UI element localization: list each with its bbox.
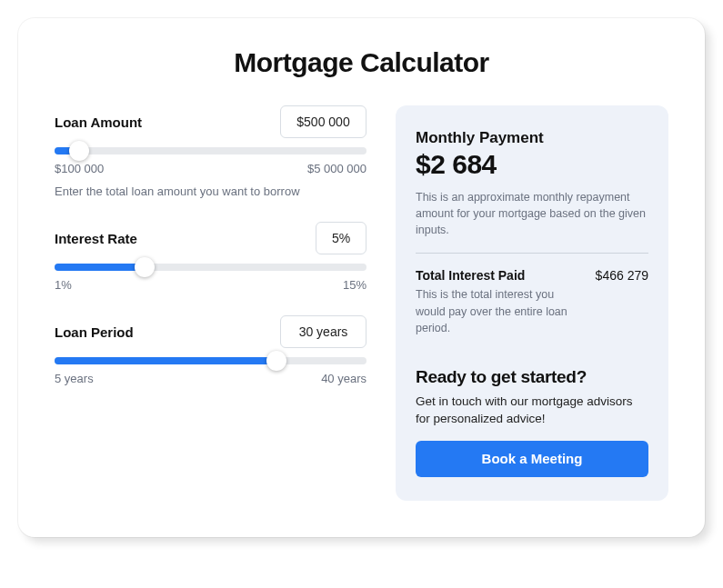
divider	[416, 253, 648, 254]
interest-rate-field: Interest Rate 1% 15%	[55, 222, 367, 292]
interest-rate-label: Interest Rate	[55, 231, 137, 246]
cta-text: Get in touch with our mortgage advisors …	[416, 393, 648, 428]
loan-amount-slider[interactable]	[55, 147, 367, 154]
total-interest-desc: This is the total interest you would pay…	[416, 286, 570, 335]
total-interest-value: $466 279	[596, 268, 648, 283]
loan-amount-label: Loan Amount	[55, 115, 142, 130]
monthly-payment-label: Monthly Payment	[416, 129, 648, 147]
results-panel: Monthly Payment $2 684 This is an approx…	[396, 105, 668, 501]
loan-period-min: 5 years	[55, 372, 94, 385]
slider-range: $100 000 $5 000 000	[55, 162, 367, 175]
slider-thumb[interactable]	[69, 141, 89, 161]
loan-amount-min: $100 000	[55, 162, 104, 175]
inputs-column: Loan Amount $100 000 $5 000 000 Enter th…	[55, 105, 367, 501]
slider-range: 1% 15%	[55, 278, 367, 292]
field-header: Loan Amount	[55, 105, 367, 138]
loan-period-label: Loan Period	[55, 324, 134, 340]
slider-thumb[interactable]	[266, 351, 286, 371]
field-header: Loan Period	[55, 315, 367, 348]
page-title: Mortgage Calculator	[55, 47, 668, 78]
total-interest-label: Total Interest Paid	[416, 268, 525, 283]
loan-period-slider[interactable]	[55, 357, 367, 364]
loan-amount-input[interactable]	[280, 105, 367, 138]
loan-period-max: 40 years	[321, 372, 367, 385]
loan-period-input[interactable]	[280, 315, 367, 348]
interest-rate-input[interactable]	[316, 222, 367, 254]
book-meeting-button[interactable]: Book a Meeting	[416, 441, 648, 477]
total-interest-row: Total Interest Paid $466 279	[416, 268, 648, 283]
monthly-payment-desc: This is an approximate monthly repayment…	[416, 189, 648, 238]
content-row: Loan Amount $100 000 $5 000 000 Enter th…	[55, 105, 668, 501]
interest-rate-slider[interactable]	[55, 264, 367, 271]
slider-range: 5 years 40 years	[55, 372, 367, 385]
interest-rate-max: 15%	[343, 278, 367, 292]
mortgage-calculator-card: Mortgage Calculator Loan Amount $100 000…	[18, 18, 705, 537]
field-header: Interest Rate	[55, 222, 367, 254]
loan-amount-helper: Enter the total loan amount you want to …	[55, 184, 367, 198]
monthly-payment-value: $2 684	[416, 149, 648, 180]
cta-heading: Ready to get started?	[416, 367, 648, 387]
slider-fill	[55, 264, 145, 271]
interest-rate-min: 1%	[55, 278, 72, 292]
slider-thumb[interactable]	[135, 257, 155, 277]
loan-amount-max: $5 000 000	[307, 162, 367, 175]
slider-fill	[55, 357, 276, 364]
loan-amount-field: Loan Amount $100 000 $5 000 000 Enter th…	[55, 105, 367, 198]
loan-period-field: Loan Period 5 years 40 years	[55, 315, 367, 385]
